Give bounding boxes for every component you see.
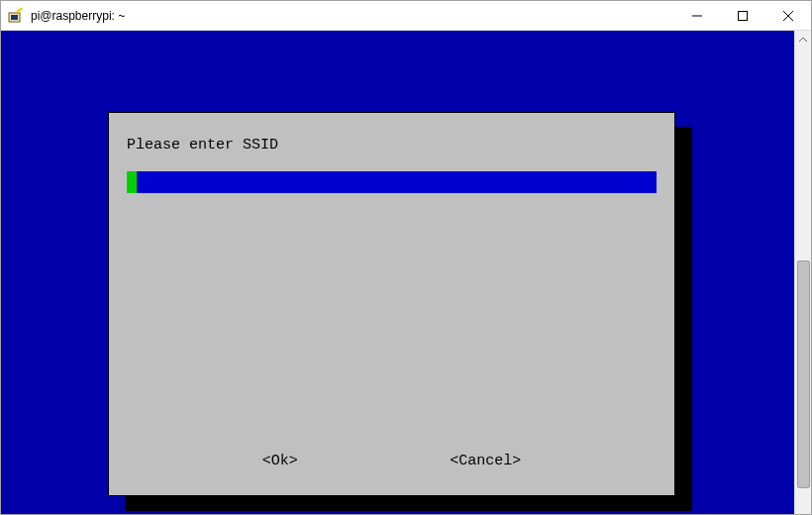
vertical-scrollbar[interactable]	[794, 31, 811, 514]
close-button[interactable]	[765, 1, 811, 30]
ok-button[interactable]: <Ok>	[262, 453, 298, 469]
svg-rect-5	[739, 11, 748, 20]
window-controls	[674, 1, 811, 30]
dialog-prompt: Please enter SSID	[127, 137, 657, 154]
window-title: pi@raspberrypi: ~	[31, 9, 674, 23]
terminal[interactable]: Please enter SSID <Ok> <Cancel>	[1, 31, 794, 514]
text-cursor	[127, 171, 137, 193]
scroll-up-arrow-icon[interactable]	[795, 31, 811, 48]
minimize-button[interactable]	[674, 1, 720, 30]
dialog-buttons: <Ok> <Cancel>	[127, 453, 657, 469]
app-window: pi@raspberrypi: ~ Please enter SSID	[0, 0, 812, 515]
svg-rect-1	[11, 15, 18, 20]
client-area: Please enter SSID <Ok> <Cancel>	[1, 31, 811, 514]
cancel-button[interactable]: <Cancel>	[450, 453, 521, 469]
input-line	[127, 171, 657, 193]
scroll-thumb[interactable]	[797, 260, 810, 488]
maximize-button[interactable]	[720, 1, 765, 30]
putty-icon	[7, 7, 25, 25]
title-bar[interactable]: pi@raspberrypi: ~	[1, 1, 811, 31]
ssid-input[interactable]	[127, 171, 657, 193]
ssid-dialog: Please enter SSID <Ok> <Cancel>	[108, 112, 675, 496]
